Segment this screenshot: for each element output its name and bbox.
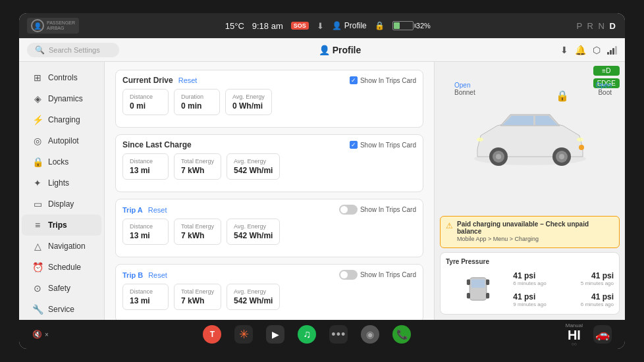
apps-icon[interactable]: ✳ — [234, 325, 253, 344]
current-drive-distance: Distance 0 mi — [122, 89, 169, 115]
svg-rect-12 — [467, 279, 470, 285]
trip-a-avg-value: 542 Wh/mi — [234, 231, 273, 240]
since-last-charge-section: Since Last Charge ✓ Show In Trips Card D… — [115, 134, 423, 192]
sidebar: ⊞ Controls ◈ Dynamics ⚡ Charging ◎ Autop… — [19, 62, 105, 320]
trip-b-distance-value: 13 mi — [130, 296, 161, 305]
sidebar-item-safety[interactable]: ⊙ Safety — [22, 278, 101, 299]
sidebar-item-schedule[interactable]: ⏰ Schedule — [22, 257, 101, 278]
since-last-charge-title: Since Last Charge — [122, 140, 192, 149]
trip-a-toggle-knob — [340, 206, 348, 213]
sidebar-item-controls[interactable]: ⊞ Controls — [22, 67, 101, 88]
sidebar-item-locks[interactable]: 🔒 Locks — [22, 151, 101, 172]
profile-label-text: Profile — [333, 45, 362, 55]
trip-a-show-label: Show In Trips Card — [360, 206, 416, 213]
svg-point-6 — [559, 154, 564, 159]
current-drive-checkbox[interactable]: ✓ — [350, 76, 358, 84]
trip-a-toggle[interactable] — [339, 205, 358, 215]
tyre-fr-value: 41 psi — [591, 271, 614, 280]
tyre-pressure-title: Tyre Pressure — [446, 258, 614, 265]
current-drive-reset[interactable]: Reset — [178, 76, 198, 84]
spotify-icon[interactable]: ♫ — [298, 325, 316, 344]
trip-b-toggle[interactable] — [339, 270, 358, 280]
current-drive-distance-value: 0 mi — [130, 101, 161, 111]
tyre-fl-value: 41 psi — [513, 271, 546, 280]
tesla-app-icon[interactable]: T — [203, 325, 221, 344]
sidebar-item-autopilot[interactable]: ◎ Autopilot — [22, 130, 101, 151]
trip-b-section: Trip B Reset Show In Trips Card Distance… — [115, 264, 423, 320]
airbag-label: PASSENGERAIRBAG — [47, 20, 75, 32]
gear-d[interactable]: D — [610, 21, 617, 31]
second-bar-icons: ⬇ 🔔 ⬡ — [560, 45, 617, 55]
trip-b-show-trips[interactable]: Show In Trips Card — [339, 270, 416, 280]
controls-icon: ⊞ — [32, 72, 43, 83]
current-drive-avg-energy: Avg. Energy 0 Wh/mi — [225, 89, 272, 115]
current-drive-stats: Distance 0 mi Duration 0 min Avg. Energy… — [122, 89, 416, 115]
service-label: Service — [48, 305, 74, 314]
trip-a-section: Trip A Reset Show In Trips Card Distance… — [115, 199, 423, 257]
trip-b-distance-label: Distance — [130, 288, 161, 295]
trip-b-show-label: Show In Trips Card — [360, 271, 416, 278]
car-status-icon[interactable]: 🚗 — [593, 325, 612, 344]
camera-icon[interactable]: ◉ — [361, 325, 379, 344]
top-bar-center: 15°C 9:18 am SOS ⬇ 👤 Profile 🔒 32% — [86, 21, 570, 31]
second-bar: 🔍 Search Settings 👤 Profile ⬇ 🔔 ⬡ — [19, 38, 625, 62]
trip-a-reset[interactable]: Reset — [148, 206, 167, 214]
profile-top[interactable]: 👤 Profile — [332, 21, 367, 30]
tyre-rl-time: 9 minutes ago — [513, 301, 546, 307]
svg-rect-15 — [486, 293, 489, 299]
battery-indicator: 32% — [392, 21, 431, 30]
taskbar: 🔇 × T ✳ ▶ ♫ ••• ◉ 📞 Manual HI ○○ 🚗 — [19, 320, 625, 349]
since-last-charge-checkbox[interactable]: ✓ — [350, 141, 358, 149]
trip-a-avg-label: Avg. Energy — [234, 223, 273, 230]
sidebar-item-charging[interactable]: ⚡ Charging — [22, 109, 101, 130]
trips-panel: Current Drive Reset ✓ Show In Trips Card… — [105, 62, 434, 320]
mute-icon: 🔔 — [575, 45, 586, 55]
svg-point-9 — [579, 145, 584, 150]
signal-icon — [607, 45, 617, 55]
main-content: ⊞ Controls ◈ Dynamics ⚡ Charging ◎ Autop… — [19, 62, 625, 320]
tyre-fr-time: 5 minutes ago — [581, 280, 614, 286]
sidebar-item-lights[interactable]: ✦ Lights — [22, 172, 101, 194]
current-drive-show-trips[interactable]: ✓ Show In Trips Card — [350, 76, 416, 84]
lock-icon: 🔒 — [375, 21, 385, 30]
taskbar-left: 🔇 × — [32, 330, 49, 339]
temperature-display: 15°C — [225, 21, 244, 31]
sidebar-item-dynamics[interactable]: ◈ Dynamics — [22, 88, 101, 109]
slc-total-energy: Total Energy 7 kWh — [174, 153, 221, 180]
gear-n[interactable]: N — [599, 21, 606, 31]
time-display: 9:18 am — [252, 21, 283, 31]
open-boot-button[interactable]: Open Boot — [596, 82, 612, 96]
slc-distance: Distance 13 mi — [122, 153, 169, 180]
gear-p[interactable]: P — [577, 21, 583, 31]
sidebar-item-display[interactable]: ▭ Display — [22, 194, 101, 215]
search-input[interactable]: Search Settings — [49, 46, 100, 54]
sidebar-item-trips[interactable]: ≡ Trips — [22, 215, 101, 236]
search-box[interactable]: 🔍 Search Settings — [27, 43, 119, 57]
svg-rect-13 — [486, 279, 489, 285]
media-app-icon[interactable]: ▶ — [266, 325, 284, 344]
schedule-icon: ⏰ — [32, 262, 43, 272]
tyre-fl: 41 psi 6 minutes ago — [513, 271, 546, 286]
trip-b-reset[interactable]: Reset — [148, 271, 167, 279]
taskbar-right: Manual HI ○○ 🚗 — [566, 323, 612, 346]
current-drive-title: Current Drive — [122, 76, 173, 85]
volume-control[interactable]: 🔇 × — [32, 330, 49, 339]
trips-label: Trips — [48, 220, 67, 230]
open-boot-label: Boot — [598, 89, 612, 96]
tyre-rr-time: 6 minutes ago — [581, 301, 614, 307]
sos-button[interactable]: SOS — [291, 22, 309, 30]
current-drive-section: Current Drive Reset ✓ Show In Trips Card… — [115, 70, 423, 128]
phone-icon[interactable]: 📞 — [392, 325, 411, 344]
trip-a-show-trips[interactable]: Show In Trips Card — [339, 205, 416, 215]
open-bonnet-button[interactable]: Open Bonnet — [454, 82, 475, 96]
since-last-charge-show-trips[interactable]: ✓ Show In Trips Card — [350, 141, 416, 149]
trip-b-name: Trip B — [122, 271, 143, 279]
sidebar-item-navigation[interactable]: △ Navigation — [22, 236, 101, 257]
airbag-icon: 👤 — [31, 19, 44, 32]
more-apps-icon[interactable]: ••• — [329, 325, 348, 344]
trip-a-distance-label: Distance — [130, 223, 161, 230]
svg-rect-14 — [467, 293, 470, 299]
gear-r[interactable]: R — [587, 21, 595, 31]
sidebar-item-service[interactable]: 🔧 Service — [22, 299, 101, 320]
slc-avg-label: Avg. Energy — [234, 158, 273, 165]
